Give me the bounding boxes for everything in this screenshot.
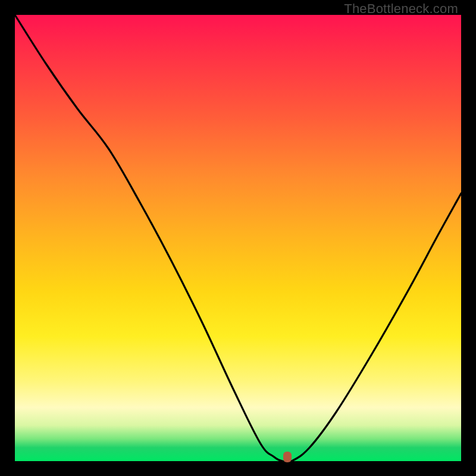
watermark-text: TheBottleneck.com — [344, 1, 458, 17]
chart-frame — [15, 15, 461, 461]
bottleneck-curve — [15, 15, 461, 461]
optimal-point-marker — [283, 452, 292, 462]
